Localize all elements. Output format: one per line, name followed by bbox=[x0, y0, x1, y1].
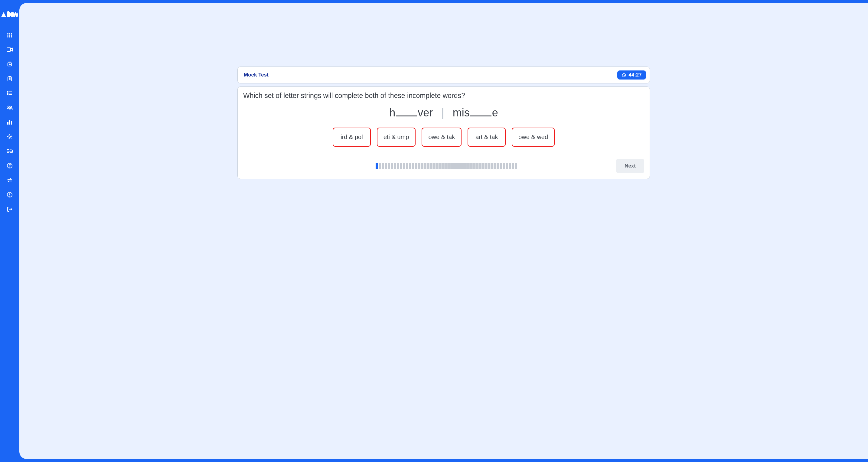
progress-segment[interactable] bbox=[409, 163, 411, 169]
play-collection-icon[interactable] bbox=[7, 61, 13, 67]
progress-segment[interactable] bbox=[403, 163, 405, 169]
progress-segment[interactable] bbox=[500, 163, 502, 169]
gear-icon[interactable] bbox=[7, 134, 13, 140]
progress-segment[interactable] bbox=[454, 163, 457, 169]
svg-point-21 bbox=[10, 106, 11, 107]
option-2[interactable]: eti & ump bbox=[377, 128, 415, 147]
progress-segment[interactable] bbox=[388, 163, 390, 169]
progress-segments bbox=[276, 163, 616, 169]
users-icon[interactable] bbox=[7, 104, 13, 111]
svg-point-7 bbox=[7, 34, 8, 36]
progress-segment[interactable] bbox=[424, 163, 427, 169]
progress-segment[interactable] bbox=[394, 163, 396, 169]
timer-value: 44:27 bbox=[629, 72, 642, 78]
question-prompt: Which set of letter strings will complet… bbox=[243, 92, 644, 100]
option-5[interactable]: owe & wed bbox=[512, 128, 555, 147]
progress-segment[interactable] bbox=[376, 163, 378, 169]
progress-segment[interactable] bbox=[433, 163, 435, 169]
test-header: Mock Test 44:27 bbox=[238, 66, 650, 84]
timer: 44:27 bbox=[617, 70, 646, 80]
test-title: Mock Test bbox=[244, 72, 269, 78]
progress-segment[interactable] bbox=[515, 163, 517, 169]
progress-segment[interactable] bbox=[485, 163, 487, 169]
svg-point-29 bbox=[9, 196, 10, 196]
progress-segment[interactable] bbox=[430, 163, 433, 169]
progress-segment[interactable] bbox=[451, 163, 454, 169]
progress-segment[interactable] bbox=[457, 163, 460, 169]
svg-point-5 bbox=[9, 33, 10, 34]
bar-chart-icon[interactable] bbox=[7, 119, 13, 125]
progress-segment[interactable] bbox=[400, 163, 402, 169]
blank bbox=[470, 112, 492, 116]
progress-segment[interactable] bbox=[466, 163, 469, 169]
progress-segment[interactable] bbox=[488, 163, 490, 169]
progress-segment[interactable] bbox=[421, 163, 424, 169]
apps-icon[interactable] bbox=[7, 32, 13, 38]
progress-segment[interactable] bbox=[415, 163, 417, 169]
svg-rect-23 bbox=[9, 120, 10, 125]
sidebar bbox=[0, 0, 19, 462]
stopwatch-icon bbox=[621, 72, 626, 78]
brand-logo bbox=[1, 11, 18, 18]
progress-segment[interactable] bbox=[418, 163, 421, 169]
link-icon[interactable] bbox=[7, 148, 13, 154]
svg-point-17 bbox=[7, 91, 8, 92]
next-button[interactable]: Next bbox=[616, 159, 644, 173]
progress-segment[interactable] bbox=[427, 163, 430, 169]
svg-point-4 bbox=[7, 33, 8, 34]
progress-segment[interactable] bbox=[460, 163, 463, 169]
progress-segment[interactable] bbox=[436, 163, 438, 169]
option-1[interactable]: ird & pol bbox=[333, 128, 371, 147]
progress-segment[interactable] bbox=[512, 163, 514, 169]
progress-segment[interactable] bbox=[469, 163, 472, 169]
question-card: Which set of letter strings will complet… bbox=[238, 87, 650, 179]
progress-segment[interactable] bbox=[391, 163, 393, 169]
progress-segment[interactable] bbox=[379, 163, 381, 169]
progress-segment[interactable] bbox=[448, 163, 451, 169]
progress-segment[interactable] bbox=[412, 163, 414, 169]
progress-segment[interactable] bbox=[506, 163, 508, 169]
alert-icon[interactable] bbox=[7, 192, 13, 198]
svg-point-8 bbox=[9, 34, 10, 36]
progress-segment[interactable] bbox=[478, 163, 481, 169]
svg-point-18 bbox=[7, 93, 8, 94]
svg-rect-24 bbox=[11, 121, 12, 125]
svg-point-19 bbox=[7, 94, 8, 95]
progress-segment[interactable] bbox=[491, 163, 493, 169]
option-4[interactable]: art & tak bbox=[468, 128, 506, 147]
progress-segment[interactable] bbox=[385, 163, 387, 169]
progress-segment[interactable] bbox=[482, 163, 484, 169]
svg-point-9 bbox=[11, 34, 12, 36]
progress-segment[interactable] bbox=[475, 163, 478, 169]
swap-icon[interactable] bbox=[7, 177, 13, 183]
word-1: hver bbox=[389, 106, 433, 119]
incomplete-words: hver | mise bbox=[243, 106, 644, 119]
svg-point-6 bbox=[11, 33, 12, 34]
progress-segment[interactable] bbox=[503, 163, 505, 169]
progress-segment[interactable] bbox=[442, 163, 444, 169]
progress-segment[interactable] bbox=[397, 163, 399, 169]
progress-segment[interactable] bbox=[439, 163, 441, 169]
word-2: mise bbox=[453, 106, 498, 119]
progress-segment[interactable] bbox=[509, 163, 511, 169]
progress-segment[interactable] bbox=[445, 163, 447, 169]
svg-rect-13 bbox=[7, 48, 10, 52]
progress-segment[interactable] bbox=[497, 163, 499, 169]
clipboard-icon[interactable] bbox=[7, 75, 13, 82]
progress-segment[interactable] bbox=[472, 163, 475, 169]
video-icon[interactable] bbox=[7, 47, 13, 53]
progress-segment[interactable] bbox=[382, 163, 384, 169]
progress-segment[interactable] bbox=[494, 163, 496, 169]
svg-point-10 bbox=[7, 36, 8, 37]
progress-segment[interactable] bbox=[463, 163, 466, 169]
logout-icon[interactable] bbox=[7, 206, 13, 212]
progress-segment[interactable] bbox=[406, 163, 408, 169]
answer-options: ird & pol eti & ump owe & tak art & tak … bbox=[243, 128, 644, 147]
list-icon[interactable] bbox=[7, 90, 13, 96]
main-content: Mock Test 44:27 Which set of letter stri… bbox=[19, 3, 868, 459]
help-icon[interactable] bbox=[7, 163, 13, 169]
svg-point-3 bbox=[10, 12, 15, 17]
svg-marker-0 bbox=[1, 12, 6, 17]
svg-point-27 bbox=[9, 167, 10, 167]
option-3[interactable]: owe & tak bbox=[422, 128, 462, 147]
